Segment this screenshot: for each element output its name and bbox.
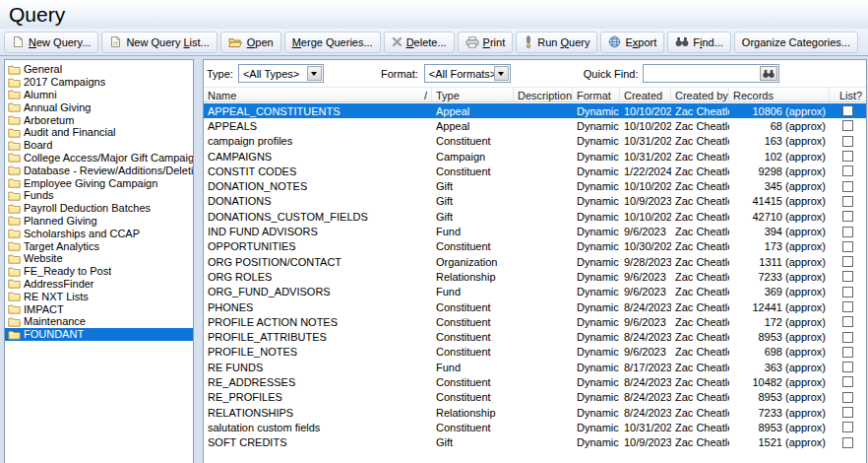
cell-format: Dynamic: [573, 407, 620, 419]
list-checkbox[interactable]: [842, 151, 853, 162]
table-row-ind-fund-advisors[interactable]: IND FUND ADVISORSFundDynamic9/6/2023Zac …: [204, 224, 866, 238]
list-checkbox[interactable]: [842, 105, 853, 116]
list-checkbox[interactable]: [842, 136, 853, 147]
folder-label: Annual Giving: [24, 101, 92, 113]
cell-records: 1311 (approx): [729, 256, 830, 268]
table-row-profile-notes[interactable]: PROFILE_NOTESConstituentDynamic9/6/2023Z…: [204, 345, 866, 360]
list-checkbox[interactable]: [842, 271, 853, 282]
table-row-re-addresses[interactable]: RE_ADDRESSESConstituentDynamic8/24/2023Z…: [204, 374, 866, 389]
folder-icon: [8, 177, 21, 188]
sidebar-item-target-analytics[interactable]: Target Analytics: [5, 239, 193, 252]
sidebar-item-annual-giving[interactable]: Annual Giving: [5, 100, 193, 113]
type-filter-dropdown[interactable]: <All Types>: [238, 64, 324, 83]
list-checkbox[interactable]: [842, 165, 853, 176]
column-header-name[interactable]: Name /: [204, 88, 432, 101]
list-checkbox[interactable]: [842, 287, 853, 298]
sidebar-item-planned-giving[interactable]: Planned Giving: [5, 215, 193, 228]
quick-find-search-button[interactable]: [760, 66, 777, 81]
table-row-org-roles[interactable]: ORG ROLESRelationshipDynamic9/6/2023Zac …: [204, 269, 866, 284]
cell-type: Constituent: [432, 376, 514, 388]
list-checkbox[interactable]: [842, 316, 853, 327]
sidebar-item-website[interactable]: Website: [5, 252, 193, 265]
table-row-campaign-profiles[interactable]: campaign profilesConstituentDynamic10/31…: [204, 134, 866, 149]
sidebar-item-arboretum[interactable]: Arboretum: [5, 113, 193, 126]
list-checkbox[interactable]: [842, 437, 853, 448]
table-row-constit-codes[interactable]: CONSTIT CODESConstituentDynamic1/22/2024…: [204, 164, 866, 178]
list-checkbox[interactable]: [842, 362, 853, 372]
table-row-re-funds[interactable]: RE FUNDSFundDynamic8/17/2023Zac Cheatle3…: [204, 360, 866, 374]
find-button[interactable]: Find...: [667, 32, 731, 53]
merge-queries-button[interactable]: Merge Queries...: [284, 32, 381, 53]
list-checkbox[interactable]: [842, 376, 853, 387]
list-checkbox[interactable]: [842, 422, 853, 432]
category-sidebar: General2017 CampaignsAlumniAnnual Giving…: [4, 59, 194, 463]
column-header-list[interactable]: List?: [830, 88, 866, 101]
table-row-soft-credits[interactable]: SOFT CREDITSGiftDynamic10/9/2023Zac Chea…: [204, 435, 866, 450]
open-icon: [228, 36, 243, 48]
list-checkbox[interactable]: [842, 392, 853, 403]
sidebar-item-database-review-additions-deletions-upd[interactable]: Database - Review/Additions/Deletions/Up…: [5, 164, 193, 176]
table-row-profile-action-notes[interactable]: PROFILE ACTION NOTESConstituentDynamic9/…: [204, 314, 866, 329]
sidebar-item-general[interactable]: General: [5, 63, 193, 76]
export-button[interactable]: Export: [600, 32, 664, 53]
list-checkbox[interactable]: [842, 347, 853, 358]
sidebar-item-board[interactable]: Board: [5, 139, 193, 152]
list-checkbox[interactable]: [842, 241, 853, 252]
sidebar-item-impact[interactable]: IMPACT: [5, 302, 193, 315]
sidebar-item-foundant[interactable]: FOUNDANT: [5, 328, 193, 341]
column-header-records[interactable]: Records: [729, 88, 830, 101]
list-checkbox[interactable]: [842, 181, 853, 192]
organize-categories-button[interactable]: Organize Categories...: [734, 32, 858, 53]
format-dropdown-button[interactable]: [494, 66, 509, 81]
list-checkbox[interactable]: [842, 120, 853, 131]
sidebar-item-employee-giving-campaign[interactable]: Employee Giving Campaign: [5, 176, 193, 189]
print-button[interactable]: Print: [458, 32, 514, 53]
column-header-format[interactable]: Format: [573, 88, 620, 101]
table-row-donations-custom-fields[interactable]: DONATIONS_CUSTOM_FIELDSGiftDynamic10/10/…: [204, 209, 866, 224]
sidebar-item-scholarships-and-ccap[interactable]: Scholarships and CCAP: [5, 227, 193, 239]
sidebar-item-fe-ready-to-post[interactable]: FE_Ready to Post: [5, 265, 193, 278]
run-query-button[interactable]: Run Query: [516, 32, 597, 53]
column-header-description[interactable]: Description: [514, 88, 573, 101]
table-row-profile-attributes[interactable]: PROFILE_ATTRIBUTESConstituentDynamic8/24…: [204, 329, 866, 344]
table-row-phones[interactable]: PHONESConstituentDynamic8/24/2023Zac Che…: [204, 299, 866, 314]
column-header-type[interactable]: Type: [432, 88, 514, 101]
table-row-donation-notes[interactable]: DONATION_NOTESGiftDynamic10/10/2023Zac C…: [204, 178, 866, 193]
sidebar-item-2017-campaigns[interactable]: 2017 Campaigns: [5, 76, 193, 89]
new-query-list-button[interactable]: New Query List...: [101, 32, 217, 53]
list-checkbox[interactable]: [842, 227, 853, 237]
sidebar-item-payroll-deduction-batches[interactable]: Payroll Deduction Batches: [5, 202, 193, 215]
sidebar-item-maintenance[interactable]: Maintenance: [5, 315, 193, 328]
sidebar-item-alumni[interactable]: Alumni: [5, 89, 193, 101]
list-checkbox[interactable]: [842, 256, 853, 267]
list-checkbox[interactable]: [842, 332, 853, 343]
quick-find-input[interactable]: [645, 66, 759, 81]
sidebar-item-addressfinder[interactable]: AddressFinder: [5, 278, 193, 291]
column-header-created-by[interactable]: Created by: [671, 88, 729, 101]
table-row-org-fund-advisors[interactable]: ORG_FUND_ADVISORSFundDynamic9/6/2023Zac …: [204, 285, 866, 299]
sidebar-item-re-nxt-lists[interactable]: RE NXT Lists: [5, 290, 193, 302]
delete-button[interactable]: Delete...: [384, 32, 455, 53]
sidebar-item-audit-and-financial[interactable]: Audit and Financial: [5, 126, 193, 139]
open-button[interactable]: Open: [220, 32, 281, 53]
table-row-re-profiles[interactable]: RE_PROFILESConstituentDynamic8/24/2023Za…: [204, 390, 866, 405]
table-row-appeals[interactable]: APPEALSAppealDynamic10/10/2023Zac Cheatl…: [204, 118, 866, 133]
table-row-donations[interactable]: DONATIONSGiftDynamic10/9/2023Zac Cheatle…: [204, 194, 866, 209]
table-row-opportunities[interactable]: OPPORTUNITIESConstituentDynamic10/30/202…: [204, 239, 866, 254]
cell-list: [830, 181, 866, 192]
sidebar-item-funds[interactable]: Funds: [5, 189, 193, 202]
list-checkbox[interactable]: [842, 211, 853, 222]
list-checkbox[interactable]: [842, 407, 853, 418]
column-header-created[interactable]: Created: [620, 88, 671, 101]
type-dropdown-button[interactable]: [307, 66, 322, 81]
format-filter-dropdown[interactable]: <All Formats>: [424, 64, 511, 83]
list-checkbox[interactable]: [842, 301, 853, 312]
table-row-appeal-constituents[interactable]: APPEAL_CONSTITUENTSAppealDynamic10/10/20…: [204, 103, 866, 118]
new-query-button[interactable]: New Query...: [4, 32, 98, 53]
table-row-org-position-contact[interactable]: ORG POSITION/CONTACTOrganizationDynamic9…: [204, 254, 866, 269]
table-row-campaigns[interactable]: CAMPAIGNSCampaignDynamic10/31/2023Zac Ch…: [204, 149, 866, 164]
table-row-relationships[interactable]: RELATIONSHIPSRelationshipDynamic8/24/202…: [204, 405, 866, 420]
list-checkbox[interactable]: [842, 196, 853, 207]
sidebar-item-college-access-major-gift-campaign[interactable]: College Access/Major Gift Campaign: [5, 152, 193, 165]
table-row-salutation-custom-fields[interactable]: salutation custom fieldsConstituentDynam…: [204, 420, 866, 434]
